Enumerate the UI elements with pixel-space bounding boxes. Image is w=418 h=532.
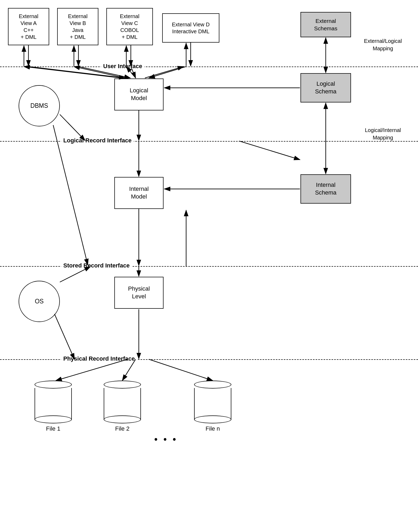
file1-bottom — [35, 415, 72, 423]
svg-line-14 — [149, 67, 186, 78]
file2-bottom — [104, 415, 141, 423]
internal-schema-box: InternalSchema — [300, 174, 351, 204]
file2-label: File 2 — [115, 425, 129, 432]
file2-top — [104, 381, 141, 389]
diagram-container: ExternalView AC+++ DML ExternalView BJav… — [0, 0, 418, 532]
user-interface-label: User Interface — [101, 63, 144, 70]
file2-cylinder: File 2 — [104, 381, 141, 432]
filen-top — [194, 381, 231, 389]
stored-record-interface-label: Stored Record Interface — [61, 262, 132, 269]
logical-schema-box: LogicalSchema — [300, 73, 351, 102]
dbms-circle: DBMS — [19, 85, 60, 126]
dots-separator: • • • — [154, 434, 178, 445]
ext-view-a-box: ExternalView AC+++ DML — [8, 8, 49, 45]
file1-cylinder: File 1 — [35, 381, 72, 432]
svg-line-34 — [55, 314, 74, 359]
user-interface-line — [0, 67, 418, 67]
ext-view-d-box: External View DInteractive DML — [162, 13, 219, 43]
svg-line-25 — [56, 359, 128, 381]
physical-record-interface-label: Physical Record Interface — [61, 355, 137, 362]
physical-level-box: PhysicalLevel — [114, 277, 164, 309]
external-schemas-box: ExternalSchemas — [300, 12, 351, 37]
ext-view-b-box: ExternalView BJava+ DML — [57, 8, 98, 45]
svg-line-26 — [122, 359, 136, 381]
ext-view-c-box: ExternalView CCOBOL+ DML — [106, 8, 153, 45]
os-circle: OS — [19, 281, 60, 322]
file1-top — [35, 381, 72, 389]
filen-bottom — [194, 415, 231, 423]
internal-model-box: InternalModel — [114, 177, 164, 209]
external-logical-mapping-label: External/LogicalMapping — [356, 37, 409, 52]
logical-model-box: LogicalModel — [114, 79, 164, 110]
svg-line-18 — [145, 67, 183, 78]
file1-label: File 1 — [46, 425, 60, 432]
svg-line-32 — [53, 125, 88, 265]
svg-line-35 — [239, 141, 300, 160]
filen-body — [194, 388, 231, 420]
filen-label: File n — [206, 425, 220, 432]
file1-body — [35, 388, 72, 420]
file2-body — [104, 388, 141, 420]
filen-cylinder: File n — [194, 381, 231, 432]
svg-line-31 — [60, 114, 85, 141]
svg-line-27 — [149, 359, 213, 381]
logical-record-interface-label: Logical Record Interface — [61, 137, 134, 144]
logical-internal-mapping-label: Logical/InternalMapping — [356, 126, 409, 141]
